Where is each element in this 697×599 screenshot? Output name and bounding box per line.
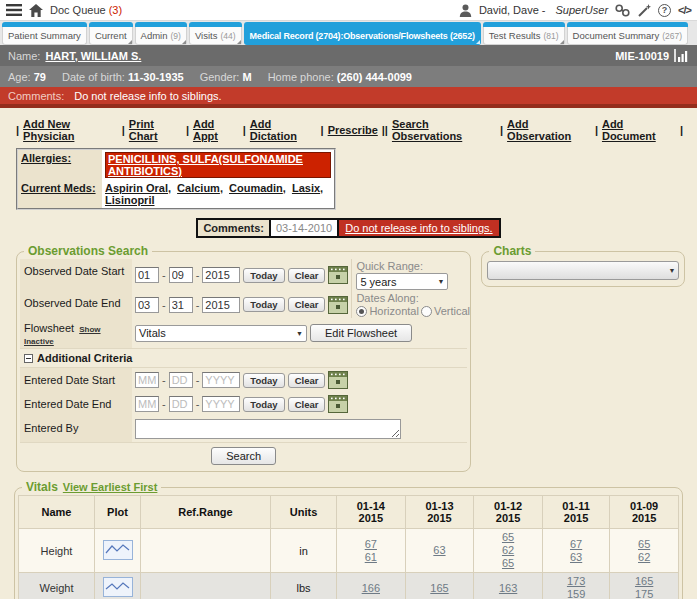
add-document-link[interactable]: Add Document [602,118,676,142]
search-observations-link[interactable]: Search Observations [392,118,496,142]
add-dictation-link[interactable]: Add Dictation [250,118,317,142]
obs-value-link[interactable]: 63 [545,551,607,564]
obs-value-link[interactable]: 63 [408,544,472,557]
obs-value-link[interactable]: 61 [339,551,403,564]
obs-value-link[interactable]: 166 [339,582,403,595]
tab-visits[interactable]: Visits(44) [189,22,242,45]
entered-start-mm-input[interactable] [135,372,159,388]
obs-value-link[interactable]: 62 [476,544,540,557]
today-button[interactable]: Today [243,268,284,283]
calendar-icon[interactable] [328,371,348,389]
clear-button[interactable]: Clear [288,297,326,312]
today-button[interactable]: Today [243,373,284,388]
obs-value-link[interactable]: 165 [612,575,676,588]
pipe-separator: | [321,124,324,136]
code-icon[interactable]: </> [678,4,691,16]
user-name[interactable]: David, Dave - [479,4,546,16]
obs-value-link[interactable]: 163 [476,582,540,595]
plot-thumbnail-icon[interactable] [103,540,133,560]
tab-admin[interactable]: Admin(9) [135,22,187,45]
obs-value-link[interactable]: 159 [545,588,607,599]
chart-stats-icon[interactable] [674,49,689,62]
charts-select[interactable]: ▼ [487,261,679,280]
observed-start-dd-input[interactable] [169,267,193,283]
search-button[interactable]: Search [211,447,276,465]
calendar-icon[interactable] [328,266,348,284]
charts-title: Charts [489,244,535,258]
entered-start-yyyy-input[interactable] [202,372,240,388]
observed-end-dd-input[interactable] [169,297,193,313]
plot-thumbnail-icon[interactable] [103,577,133,597]
edit-flowsheet-button[interactable]: Edit Flowsheet [310,324,412,342]
clear-button[interactable]: Clear [288,268,326,283]
clear-button[interactable]: Clear [288,397,326,412]
obs-value-link[interactable]: 165 [408,582,472,595]
today-button[interactable]: Today [243,397,284,412]
tab-current[interactable]: Current [89,22,133,45]
vertical-radio[interactable] [421,306,432,317]
med-link[interactable]: Coumadin [229,182,283,194]
view-earliest-first-link[interactable]: View Earliest First [63,481,158,493]
tab-patient-summary[interactable]: Patient Summary [2,22,87,45]
comment-strip-date: 03-14-2010 [269,220,339,236]
obs-value-link[interactable]: 175 [612,588,676,599]
print-chart-link[interactable]: Print Chart [129,118,182,142]
obs-value-link[interactable]: 65 [612,538,676,551]
pipe-separator: | [243,124,246,136]
clear-button[interactable]: Clear [288,373,326,388]
quick-links-icon[interactable] [615,4,630,17]
allergy-item-link[interactable]: PENICILLINS, SULFA(SULFONAMIDE ANTIBIOTI… [105,152,331,178]
observed-end-mm-input[interactable] [135,297,159,313]
flowsheet-row: Flowsheet Show Inactive Vitals▼ Edit Flo… [20,318,467,348]
patient-name-link[interactable]: HART, WILLIAM S. [45,50,141,62]
date-dash: - [196,299,200,311]
calendar-icon[interactable] [328,296,348,314]
observed-start-mm-input[interactable] [135,267,159,283]
phone-label: Home phone: [268,71,334,83]
add-observation-link[interactable]: Add Observation [507,118,591,142]
quick-range-select[interactable]: 5 years▼ [356,273,448,290]
hamburger-menu-icon[interactable] [6,4,22,16]
panels-row: Observations Search Observed Date Start … [0,238,697,472]
entered-by-input[interactable] [135,419,401,439]
calendar-icon[interactable] [328,395,348,413]
tab-medical-record[interactable]: Medical Record (2704):Observations/Flows… [244,22,481,45]
med-link[interactable]: Lisinopril [105,194,155,206]
observed-start-yyyy-input[interactable] [202,267,240,283]
wand-icon[interactable] [637,4,651,17]
add-new-physician-link[interactable]: Add New Physician [23,118,118,142]
comment-strip-text-link[interactable]: Do not release info to siblings. [339,220,498,236]
gender-label: Gender: [200,71,240,83]
med-link[interactable]: Lasix [292,182,320,194]
collapse-icon[interactable] [24,354,33,363]
obs-value-link[interactable]: 67 [545,538,607,551]
obs-value-link[interactable]: 62 [612,551,676,564]
entered-end-mm-input[interactable] [135,396,159,412]
observed-end-yyyy-input[interactable] [202,297,240,313]
obs-value-link[interactable]: 65 [476,557,540,570]
today-button[interactable]: Today [243,297,284,312]
med-link[interactable]: Aspirin Oral [105,182,168,194]
home-icon[interactable] [29,4,43,17]
flowsheet-select[interactable]: Vitals▼ [135,325,307,342]
tab-document-summary[interactable]: Document Summary(267) [567,22,688,45]
tab-count: (44) [220,31,235,41]
entered-end-yyyy-input[interactable] [202,396,240,412]
obs-value-link[interactable]: 65 [476,531,540,544]
doc-queue-link[interactable]: Doc Queue(3) [50,4,122,16]
tab-test-results[interactable]: Test Results(81) [483,22,565,45]
add-appt-link[interactable]: Add Appt [193,118,239,142]
entered-start-dd-input[interactable] [169,372,193,388]
horizontal-radio[interactable] [356,306,367,317]
patient-comments-bar: Comments: Do not release info to sibling… [0,87,697,108]
value-cell: 656265 [474,529,543,573]
obs-value-link[interactable]: 67 [339,538,403,551]
date-dash: - [196,374,200,386]
med-link[interactable]: Calcium [177,182,220,194]
dates-along-label: Dates Along: [356,292,463,304]
prescribe-link[interactable]: Prescribe [328,124,378,136]
obs-value-link[interactable]: 173 [545,575,607,588]
entered-end-dd-input[interactable] [169,396,193,412]
chevron-down-icon: ▼ [296,330,303,337]
help-icon[interactable]: ? [658,4,671,17]
